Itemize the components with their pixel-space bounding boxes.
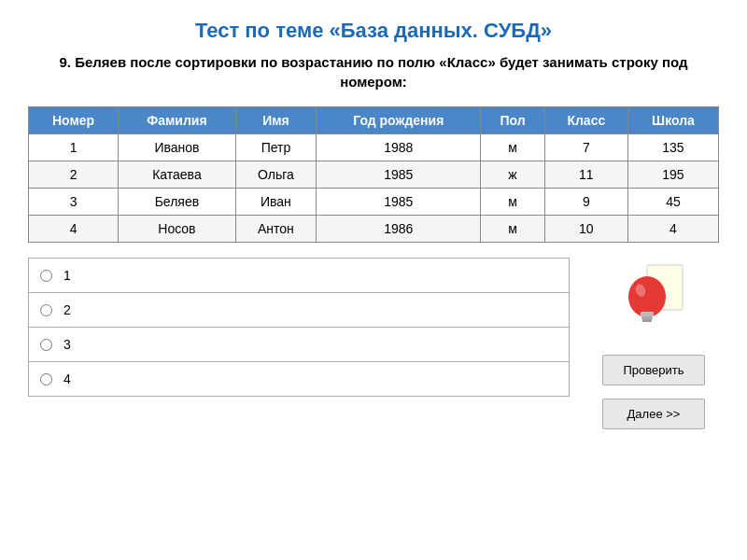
question-text: 9. Беляев после сортировки по возрастани… [28,52,719,91]
answer-label-2: 2 [63,302,71,317]
right-panel: Проверить Далее >> [588,258,719,429]
table-cell: 1988 [317,134,481,161]
table-cell: Носов [119,216,236,243]
table-cell: м [481,216,544,243]
table-cell: ж [481,161,544,189]
table-header: Фамилия [119,107,236,134]
table-cell: 4 [627,216,718,243]
answer-radio-2[interactable] [40,304,52,316]
data-table: НомерФамилияИмяГод рожденияПолКлассШкола… [28,106,719,243]
table-cell: 11 [544,161,627,189]
table-cell: Катаева [119,161,236,189]
table-row: 2КатаеваОльга1985ж11195 [29,161,719,189]
next-button[interactable]: Далее >> [602,399,705,429]
table-row: 1ИвановПетр1988м7135 [29,134,719,161]
table-cell: 9 [544,189,627,216]
answer-radio-1[interactable] [40,270,52,282]
answer-radio-4[interactable] [40,373,52,385]
table-cell: 1985 [317,189,481,216]
table-row: 4НосовАнтон1986м104 [29,216,719,243]
check-button[interactable]: Проверить [602,355,705,385]
table-cell: Иванов [119,134,236,161]
table-cell: 3 [29,189,119,216]
answer-label-1: 1 [63,268,71,283]
table-cell: м [481,134,544,161]
table-cell: м [481,189,544,216]
table-cell: 1985 [317,161,481,189]
table-cell: Ольга [235,161,316,189]
table-cell: 10 [544,216,627,243]
answer-label-4: 4 [63,371,71,386]
svg-rect-4 [641,316,653,319]
table-row: 3БеляевИван1985м945 [29,189,719,216]
table-header: Год рождения [317,107,481,134]
table-cell: Беляев [119,189,236,216]
table-header: Номер [29,107,119,134]
answer-option[interactable]: 4 [29,362,569,396]
table-cell: 2 [29,161,119,189]
table-cell: Петр [235,134,316,161]
table-cell: 195 [627,161,718,189]
table-cell: 45 [627,189,718,216]
table-header: Имя [235,107,316,134]
table-cell: 1 [29,134,119,161]
table-header: Пол [481,107,544,134]
svg-point-2 [628,276,666,317]
answer-option[interactable]: 1 [29,259,569,293]
bottom-section: 1234 Проверить Далее >> [28,258,719,429]
table-header: Класс [544,107,627,134]
table-cell: 4 [29,216,119,243]
svg-rect-3 [641,312,654,316]
answer-option[interactable]: 2 [29,293,569,328]
table-cell: 135 [627,134,718,161]
table-cell: Иван [235,189,316,216]
table-cell: Антон [235,216,316,243]
table-header: Школа [627,107,718,134]
page-title: Тест по теме «База данных. СУБД» [28,19,719,43]
answer-label-3: 3 [63,337,71,352]
answer-radio-3[interactable] [40,339,52,351]
lightbulb-icon [612,258,696,342]
answer-options: 1234 [28,258,570,397]
svg-rect-5 [642,319,652,322]
answer-option[interactable]: 3 [29,328,569,362]
table-cell: 7 [544,134,627,161]
table-cell: 1986 [317,216,481,243]
